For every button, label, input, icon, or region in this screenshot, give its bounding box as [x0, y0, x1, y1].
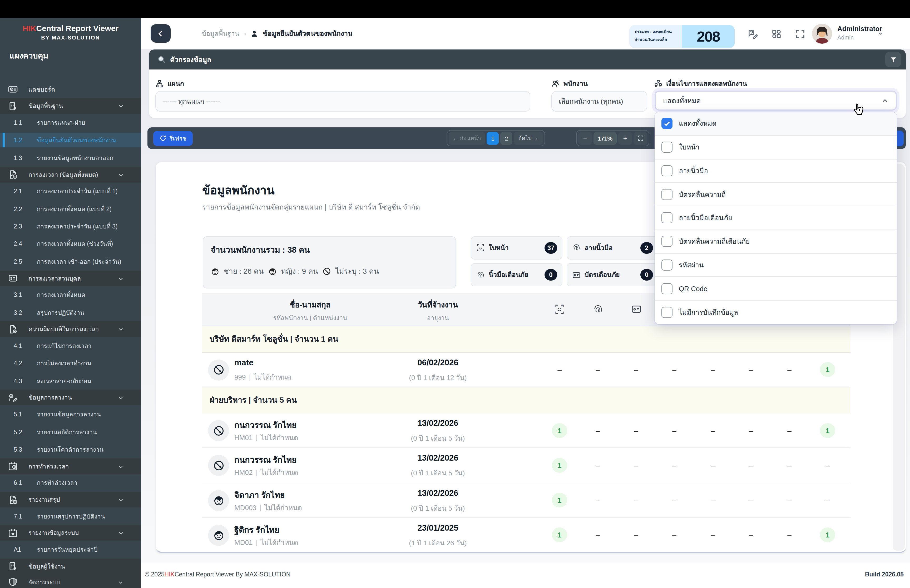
- table-row-999[interactable]: mate 999|ไม่ได้กำหนด 06/02/2026 (0 ปี 1 …: [202, 352, 850, 387]
- dropdown-option-4[interactable]: ลายนิ้วมือเตือนภัย: [655, 206, 897, 230]
- dropdown-option-8[interactable]: ไม่มีการบันทึกข้อมูล: [655, 300, 897, 324]
- cell: 1: [548, 518, 571, 552]
- sidebar-item-28[interactable]: ข้อมูลผู้ใช้งาน: [0, 559, 141, 574]
- report-subtitle: รายการข้อมูลพนักงานจัดกลุ่มรายแผนก | บริ…: [202, 201, 420, 213]
- sidebar-item-4.1[interactable]: 4.1การแก้ไขการลงเวลา: [0, 337, 141, 355]
- filter-field-department-label: แผนก: [155, 79, 530, 88]
- sidebar-item-2.3[interactable]: 2.3การลงเวลาประจำวัน (แบบที่ 3): [0, 218, 141, 235]
- column-header-date: วันที่จ้างงาน อายุงาน: [386, 293, 489, 322]
- sidebar-item-5.3[interactable]: 5.3รายงานโควต้าการลางาน: [0, 441, 141, 459]
- sidebar-item-2.1[interactable]: 2.1การลงเวลาประจำวัน (แบบที่ 1): [0, 183, 141, 200]
- table-row-HM02[interactable]: กนกวรรณ รักไทย HM02|ไม่ได้กำหนด 13/02/20…: [202, 448, 850, 483]
- sidebar-item-1.3[interactable]: 1.3รายงานข้อมูลพนักงานลาออก: [0, 149, 141, 166]
- dropdown-option-3[interactable]: บัตรคลื่นความถี่: [655, 183, 897, 207]
- refresh-button[interactable]: รีเฟรช: [153, 131, 193, 145]
- sidebar-item-1.1[interactable]: 1.1รายการแผนก-ฝ่าย: [0, 114, 141, 132]
- zoom-level[interactable]: 171%: [593, 132, 617, 144]
- fingerprint-icon: [476, 270, 485, 279]
- sidebar-item-6.1[interactable]: 6.1การทำล่วงเวลา: [0, 474, 141, 492]
- checkbox[interactable]: [661, 165, 672, 176]
- employee-select[interactable]: เลือกพนักงาน (ทุกคน): [551, 91, 647, 111]
- sitemap-icon: [155, 79, 164, 88]
- doc-x-icon: [8, 324, 18, 334]
- sidebar-item-14[interactable]: ความผิดปกติในการลงเวลา: [0, 321, 141, 337]
- fullscreen-icon[interactable]: [795, 28, 806, 39]
- sidebar-item-2.5[interactable]: 2.5การลงเวลา เข้า-ออก (ประจำวัน): [0, 253, 141, 270]
- checkbox[interactable]: [661, 236, 672, 247]
- prev-page-button[interactable]: ← ก่อนหน้า: [449, 132, 485, 144]
- mouse-cursor: [852, 103, 865, 117]
- filter-collapse-button[interactable]: [885, 52, 901, 67]
- checkbox[interactable]: [661, 142, 672, 153]
- sidebar-item-5.1[interactable]: 5.1รายงานข้อมูลการลางาน: [0, 405, 141, 423]
- sidebar-item-26[interactable]: รายงานข้อมูลระบบ: [0, 525, 141, 541]
- summary-unspecified: ไม่ระบุ : 3 คน: [335, 265, 379, 277]
- checkbox-checked[interactable]: [661, 118, 672, 129]
- hire-date: 13/02/2026: [386, 454, 489, 463]
- sidebar-item-11[interactable]: การลงเวลาส่วนบุคล: [0, 270, 141, 286]
- sidebar-item-5.2[interactable]: 5.2รายงานสถิติการลางาน: [0, 423, 141, 441]
- dropdown-option-7[interactable]: QR Code: [655, 277, 897, 301]
- face-scan-icon: [476, 243, 485, 252]
- next-page-button[interactable]: ถัดไป →: [514, 132, 543, 144]
- page-button-2[interactable]: 2: [501, 132, 513, 144]
- quota-badge-value: 208: [682, 25, 735, 48]
- sidebar-item-2.2[interactable]: 2.2การลงเวลาทั้งหมด (แบบที่ 2): [0, 200, 141, 218]
- breadcrumb-current: ข้อมูลยืนยันตัวตนของพนักงาน: [263, 28, 352, 39]
- avatar[interactable]: [812, 24, 832, 44]
- apps-grid-icon[interactable]: [771, 28, 782, 39]
- table-row-MD01[interactable]: ฐิติกร รักไทย MD01|ไม่ได้กำหนด 23/01/202…: [202, 518, 850, 553]
- checkbox[interactable]: [661, 260, 672, 271]
- cell: –: [739, 352, 763, 387]
- pagination: ← ก่อนหน้า 1 2 ถัดไป →: [446, 130, 545, 146]
- chevron-down-icon: [118, 172, 124, 178]
- dropdown-option-2[interactable]: ลายนิ้วมือ: [655, 159, 897, 183]
- dropdown-option-6[interactable]: รหัสผ่าน: [655, 254, 897, 277]
- user-menu-chevron-icon[interactable]: [877, 31, 883, 36]
- sidebar-item-1.2[interactable]: 1.2ข้อมูลยืนยันตัวตนของพนักงาน: [0, 132, 141, 149]
- sidebar-item-3.1[interactable]: 3.1การลงเวลาทั้งหมด: [0, 286, 141, 304]
- employee-code: 999|ไม่ได้กำหนด: [234, 372, 291, 383]
- sidebar-item-A1[interactable]: A1รายการวันหยุดประจำปี: [0, 541, 141, 559]
- brand-title: HIKCentral Report Viewer: [0, 24, 141, 32]
- breadcrumb-parent[interactable]: ข้อมูลพื้นฐาน: [202, 28, 239, 39]
- sidebar-item-0[interactable]: แดชบอร์ด: [0, 81, 141, 98]
- checkbox[interactable]: [661, 307, 672, 318]
- table-row-MD003[interactable]: จิดาภา รักไทย MD003|ไม่ได้กำหนด 13/02/20…: [202, 483, 850, 518]
- card-icon: [572, 270, 581, 279]
- checkbox[interactable]: [661, 212, 672, 223]
- sidebar-item-29[interactable]: จัดการระบบ: [0, 574, 141, 588]
- cell: –: [586, 352, 609, 387]
- cell: –: [739, 413, 763, 447]
- sidebar-item-2.4[interactable]: 2.4การลงเวลาทั้งหมด (ช่วงวันที่): [0, 235, 141, 253]
- sidebar-item-3.2[interactable]: 3.2สรุปการปฏิบัติงาน: [0, 304, 141, 321]
- zoom-out-button[interactable]: −: [578, 132, 592, 144]
- help-edit-icon[interactable]: [747, 28, 758, 39]
- dropdown-option-1[interactable]: ใบหน้า: [655, 136, 897, 160]
- employee-name: กนกวรรณ รักไทย: [234, 418, 296, 432]
- checkbox[interactable]: [661, 189, 672, 200]
- toolbar-fullscreen-button[interactable]: [634, 132, 647, 144]
- card-column-icon: [630, 304, 642, 315]
- quota-badge[interactable]: ประเภท : ลงทะเบียน จำนวนวันคงเหลือ 208: [629, 25, 735, 48]
- sidebar-item-24[interactable]: รายงานสรุป: [0, 492, 141, 507]
- table-row-HM01[interactable]: กนกวรรณ รักไทย HM01|ไม่ได้กำหนด 13/02/20…: [202, 413, 850, 448]
- back-button[interactable]: [150, 24, 171, 43]
- summary-total: จำนวนพนักงานรวม : 38 คน: [211, 243, 456, 256]
- department-select[interactable]: ------ ทุกแผนก ------: [155, 91, 530, 111]
- cell: –: [816, 483, 839, 517]
- dropdown-option-5[interactable]: บัตรคลื่นความถี่เตือนภัย: [655, 230, 897, 254]
- sidebar-item-22[interactable]: การทำล่วงเวลา: [0, 458, 141, 474]
- sidebar-item-18[interactable]: ข้อมูลการลางาน: [0, 390, 141, 405]
- sidebar-item-7.1[interactable]: 7.1รายงานสรุปการปฏิบัติงาน: [0, 507, 141, 525]
- sidebar-item-1[interactable]: ข้อมูลพื้นฐาน: [0, 98, 141, 114]
- chevron-down-icon: [118, 395, 124, 401]
- page-button-1[interactable]: 1: [487, 132, 499, 144]
- sidebar-item-4.2[interactable]: 4.2การไม่ลงเวลาทำงาน: [0, 355, 141, 372]
- hire-date: 13/02/2026: [386, 488, 489, 498]
- checkbox[interactable]: [661, 283, 672, 294]
- list-icon: [8, 273, 18, 283]
- sidebar-item-4.3[interactable]: 4.3ลงเวลาสาย-กลับก่อน: [0, 372, 141, 390]
- zoom-in-button[interactable]: +: [618, 132, 632, 144]
- sidebar-item-5[interactable]: การลงเวลา (ข้อมูลทั้งหมด): [0, 166, 141, 183]
